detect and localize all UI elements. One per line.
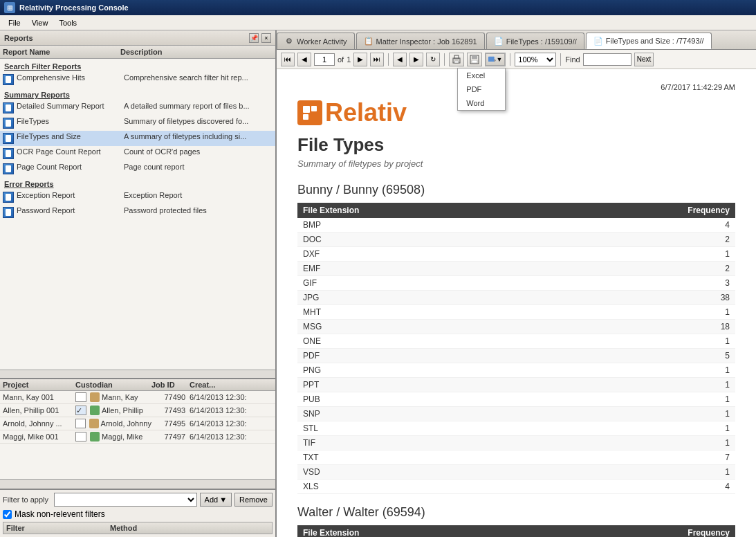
data-table-1: File Extension Frequency BMP4DOC2DXF1EMF…	[297, 203, 735, 494]
col-header-report-name: Report Name	[3, 48, 120, 56]
report-desc: Exception Report	[124, 191, 273, 199]
list-item[interactable]: FileTypes and Size A summary of filetype…	[0, 131, 275, 146]
export-excel[interactable]: Excel	[458, 69, 505, 82]
job-project: Maggi, Mike 001	[3, 433, 75, 441]
list-item[interactable]: Password Report Password protected files	[0, 205, 275, 220]
last-page-button[interactable]: ⏭	[370, 53, 384, 66]
tab-worker-activity[interactable]: ⚙ Worker Activity	[277, 33, 355, 49]
report-name: FileTypes and Size	[17, 132, 124, 140]
report-name: Detailed Summary Report	[17, 102, 124, 110]
svg-rect-5	[472, 60, 477, 63]
ext-cell: PUB	[297, 392, 542, 407]
report-desc: Count of OCR'd pages	[124, 147, 273, 156]
table-row[interactable]: Arnold, Johnny ... Arnold, Johnny 77495 …	[0, 417, 275, 430]
job-checkbox[interactable]	[75, 419, 86, 428]
job-id: 77497	[151, 433, 190, 441]
table-row: DXF1	[297, 247, 735, 262]
filter-dropdown[interactable]	[54, 493, 197, 507]
tab-icon-worker: ⚙	[284, 37, 294, 46]
job-checkbox[interactable]: ✓	[75, 406, 86, 415]
reports-scrollbar[interactable]	[0, 370, 275, 378]
report-icon	[3, 207, 14, 218]
refresh-button[interactable]: ↻	[426, 53, 440, 66]
report-desc: A detailed summary report of files b...	[124, 102, 273, 110]
first-page-button[interactable]: ⏮	[281, 53, 295, 66]
svg-rect-6	[488, 56, 495, 61]
list-item[interactable]: Comprehensive Hits Comprehensive search …	[0, 72, 275, 87]
list-item[interactable]: FileTypes Summary of filetypes discovere…	[0, 116, 275, 131]
job-checkbox[interactable]	[75, 392, 86, 402]
tab-matter-inspector[interactable]: 📋 Matter Inspector : Job 162891	[356, 33, 485, 49]
table-row[interactable]: Allen, Phillip 001 ✓ Allen, Phillip 7749…	[0, 404, 275, 417]
ext-cell: TXT	[297, 450, 542, 465]
content-area[interactable]: 6/7/2017 11:42:29 AM Relativ File Types …	[277, 69, 756, 537]
ext-cell: DXF	[297, 247, 542, 262]
jobs-col-jobid: Job ID	[151, 381, 190, 389]
prev-page-button[interactable]: ◀	[297, 53, 311, 66]
zoom-select[interactable]: 100% 75% 50% 125% 150%	[515, 53, 556, 66]
list-item[interactable]: Exception Report Exception Report	[0, 190, 275, 205]
freq-cell: 4	[542, 218, 735, 233]
table-row: MSG18	[297, 320, 735, 334]
ext-cell: DOC	[297, 233, 542, 247]
job-custodian: ✓ Allen, Phillip	[75, 406, 151, 415]
export-word[interactable]: Word	[458, 96, 505, 110]
print-button[interactable]	[449, 53, 464, 66]
list-item[interactable]: Detailed Summary Report A detailed summa…	[0, 100, 275, 116]
find-next-button[interactable]: Next	[634, 53, 654, 66]
back-button[interactable]: ◀	[393, 53, 407, 66]
find-input[interactable]	[583, 53, 631, 66]
jobs-col-project: Project	[3, 381, 75, 389]
report-title: File Types	[297, 134, 735, 156]
menu-file[interactable]: File	[3, 17, 26, 28]
menu-view[interactable]: View	[26, 17, 54, 28]
next-page-button[interactable]: ▶	[353, 53, 367, 66]
export-pdf[interactable]: PDF	[458, 82, 505, 96]
add-filter-button[interactable]: Add ▼	[200, 493, 232, 507]
separator-2	[444, 53, 445, 66]
tab-filetypes-size[interactable]: 📄 FileTypes and Size : /77493//	[586, 33, 712, 49]
jobs-hscrollbar[interactable]	[0, 479, 275, 489]
export-button[interactable]: ▼	[485, 53, 506, 66]
mask-checkbox[interactable]	[3, 510, 12, 519]
table-row: JPG38	[297, 291, 735, 305]
tab-filetypes[interactable]: 📄 FileTypes : /159109//	[486, 33, 584, 49]
page-number-input[interactable]	[314, 53, 335, 66]
ext-cell: JPG	[297, 291, 542, 305]
ext-cell: ONE	[297, 334, 542, 349]
job-custodian: Arnold, Johnny	[75, 419, 151, 428]
reports-pin-btn[interactable]: 📌	[249, 33, 259, 43]
job-custodian: Mann, Kay	[75, 392, 151, 402]
mask-checkbox-row: Mask non-relevent filters	[3, 509, 273, 519]
save-icon	[470, 55, 479, 64]
tab-bar: ⚙ Worker Activity 📋 Matter Inspector : J…	[277, 30, 756, 50]
freq-cell: 1	[542, 247, 735, 262]
mask-label: Mask non-relevent filters	[15, 509, 105, 519]
save-button[interactable]	[467, 53, 482, 66]
report-name: Exception Report	[17, 191, 124, 199]
report-icon	[3, 163, 14, 174]
forward-button[interactable]: ▶	[409, 53, 423, 66]
col-header-description: Description	[120, 48, 273, 56]
report-name: Comprehensive Hits	[17, 73, 124, 82]
table-row: STL1	[297, 421, 735, 436]
filter-apply-row: Filter to apply Add ▼ Remove	[3, 493, 273, 507]
table-row: BMP4	[297, 218, 735, 233]
job-id: 77490	[151, 393, 190, 401]
col-extension-header-2: File Extension	[297, 525, 542, 537]
table-row[interactable]: Maggi, Mike 001 Maggi, Mike 77497 6/14/2…	[0, 430, 275, 444]
section-search-filter: Search Filter Reports	[0, 59, 275, 72]
tab-icon-filetypes: 📄	[494, 37, 504, 46]
menu-tools[interactable]: Tools	[53, 17, 82, 28]
freq-cell: 18	[542, 320, 735, 334]
separator-3	[510, 53, 510, 66]
remove-filter-button[interactable]: Remove	[234, 493, 273, 507]
job-checkbox[interactable]	[75, 432, 86, 442]
list-item[interactable]: OCR Page Count Report Count of OCR'd pag…	[0, 146, 275, 161]
ext-cell: EMF	[297, 262, 542, 276]
list-item[interactable]: Page Count Report Page count report	[0, 161, 275, 176]
table-row[interactable]: Mann, Kay 001 Mann, Kay 77490 6/14/2013 …	[0, 391, 275, 404]
reports-close-btn[interactable]: ×	[261, 33, 271, 43]
separator-4	[560, 53, 561, 66]
jobs-header: Project Custodian Job ID Creat...	[0, 379, 275, 391]
